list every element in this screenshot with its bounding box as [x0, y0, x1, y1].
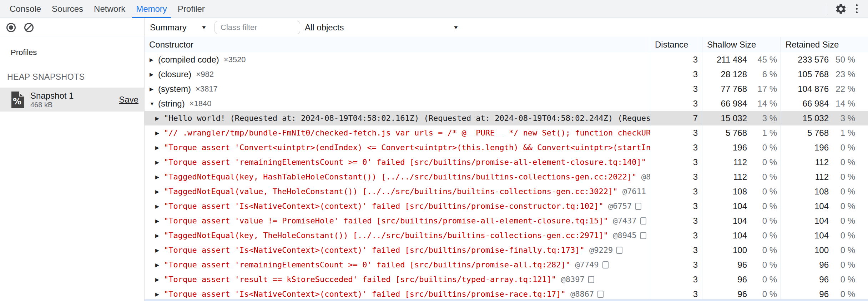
- expand-arrow-icon[interactable]: ▶: [155, 203, 164, 209]
- reveal-object-icon[interactable]: [588, 276, 594, 283]
- sidebar-item-snapshot-1[interactable]: % Snapshot 1 468 kB Save: [0, 88, 144, 112]
- tab-profiler[interactable]: Profiler: [172, 0, 210, 18]
- heap-snapshot-file-icon: %: [10, 92, 24, 108]
- expand-arrow-icon[interactable]: ▶: [155, 233, 164, 238]
- column-header-constructor[interactable]: Constructor: [145, 37, 650, 52]
- reveal-object-icon[interactable]: [635, 203, 641, 210]
- class-filter-input[interactable]: [215, 21, 300, 34]
- table-row[interactable]: ▶(closure)×982328 1286 %105 76823 %: [145, 67, 868, 82]
- settings-gear-icon[interactable]: [833, 1, 849, 17]
- reveal-object-icon[interactable]: [597, 291, 604, 298]
- shallow-size-value: 96: [702, 275, 747, 285]
- expand-arrow-icon[interactable]: ▶: [155, 174, 164, 180]
- retained-size-cell: 5 7681 %: [781, 125, 868, 140]
- string-value: "Torque assert 'Is<NativeContext>(contex…: [164, 202, 604, 211]
- table-row[interactable]: ▶"Torque assert 'Is<NativeContext>(conte…: [145, 243, 868, 257]
- shallow-size-percent: 1 %: [747, 128, 777, 138]
- retained-size-value: 66 984: [781, 99, 829, 109]
- shallow-size-cell: 960 %: [702, 287, 781, 301]
- collapse-arrow-icon[interactable]: ▼: [150, 101, 158, 107]
- expand-arrow-icon[interactable]: ▶: [155, 145, 164, 150]
- retained-size-cell: 105 76823 %: [781, 67, 868, 82]
- table-row[interactable]: ▶"TaggedNotEqual(value, TheHoleConstant(…: [145, 184, 868, 199]
- tab-memory[interactable]: Memory: [131, 0, 172, 18]
- retained-size-cell: 1080 %: [781, 184, 868, 199]
- reveal-object-icon[interactable]: [640, 232, 646, 239]
- retained-size-cell: 1040 %: [781, 199, 868, 213]
- table-row[interactable]: ▶"TaggedNotEqual(key, HashTableHoleConst…: [145, 169, 868, 184]
- object-id: @8397: [556, 275, 584, 284]
- shallow-size-value: 96: [702, 289, 747, 299]
- distance-cell: 3: [650, 67, 702, 82]
- expand-arrow-icon[interactable]: ▶: [155, 189, 164, 194]
- expand-arrow-icon[interactable]: ▶: [155, 159, 164, 165]
- heap-snapshots-section-label: HEAP SNAPSHOTS: [7, 72, 144, 82]
- retained-size-value: 96: [781, 260, 829, 270]
- expand-arrow-icon[interactable]: ▶: [155, 130, 164, 136]
- retained-size-percent: 0 %: [829, 201, 855, 211]
- table-row[interactable]: ▶"Torque assert 'Is<NativeContext>(conte…: [145, 287, 868, 301]
- expand-arrow-icon[interactable]: ▶: [150, 71, 158, 77]
- devtools-tabbar: Console Sources Network Memory Profiler: [0, 0, 868, 18]
- tab-network[interactable]: Network: [89, 0, 131, 18]
- retained-size-percent: 0 %: [829, 187, 855, 197]
- kebab-menu-icon[interactable]: [849, 1, 864, 17]
- column-header-retained-size[interactable]: Retained Size: [781, 37, 868, 52]
- grid-body: ▶(compiled code)×35203211 48445 %233 576…: [145, 52, 868, 301]
- grid-header-row: Constructor Distance Shallow Size Retain…: [145, 37, 868, 52]
- reveal-object-icon[interactable]: [602, 261, 609, 268]
- table-row[interactable]: ▶(system)×3817377 76817 %104 87622 %: [145, 82, 868, 96]
- perspective-select[interactable]: Summary ▼: [150, 20, 206, 35]
- reveal-object-icon[interactable]: [616, 247, 622, 254]
- shallow-size-cell: 1040 %: [702, 213, 781, 228]
- distance-cell: 3: [650, 125, 702, 140]
- table-row[interactable]: ▶"TaggedNotEqual(key, TheHoleConstant())…: [145, 228, 868, 243]
- expand-arrow-icon[interactable]: ▶: [150, 57, 158, 63]
- column-header-distance[interactable]: Distance: [650, 37, 702, 52]
- distance-cell: 3: [650, 155, 702, 169]
- table-row[interactable]: ▶"Torque assert 'value != PromiseHole' f…: [145, 213, 868, 228]
- shallow-size-percent: 0 %: [747, 231, 777, 241]
- retained-size-percent: 22 %: [829, 84, 855, 94]
- expand-arrow-icon[interactable]: ▶: [155, 277, 164, 282]
- retained-size-value: 108: [781, 187, 829, 197]
- shallow-size-percent: 0 %: [747, 245, 777, 255]
- table-row[interactable]: ▶"// .wrangler/tmp/bundle-FmNIt0/checked…: [145, 125, 868, 140]
- expand-arrow-icon[interactable]: ▶: [155, 218, 164, 224]
- tab-sources[interactable]: Sources: [46, 0, 89, 18]
- constructor-cell: ▶"Torque assert 'remainingElementsCount …: [145, 257, 650, 272]
- table-row[interactable]: ▶"Torque assert 'Convert<uintptr>(endInd…: [145, 140, 868, 155]
- retained-size-cell: 1120 %: [781, 169, 868, 184]
- expand-arrow-icon[interactable]: ▶: [155, 247, 164, 253]
- expand-arrow-icon[interactable]: ▶: [155, 262, 164, 268]
- string-value: "Torque assert 'Convert<uintptr>(endInde…: [164, 143, 650, 152]
- tabbar-right-controls: [828, 0, 868, 18]
- clear-profiles-icon[interactable]: [24, 22, 34, 33]
- instance-count: ×3817: [196, 84, 218, 94]
- string-value: "TaggedNotEqual(key, HashTableHoleConsta…: [164, 172, 637, 181]
- column-header-shallow-size[interactable]: Shallow Size: [702, 37, 781, 52]
- object-id: @7437: [608, 216, 636, 225]
- distance-cell: 7: [650, 111, 702, 125]
- save-snapshot-link[interactable]: Save: [119, 95, 138, 105]
- retained-size-cell: 960 %: [781, 272, 868, 287]
- table-row[interactable]: ▶"Torque assert 'remainingElementsCount …: [145, 257, 868, 272]
- table-row[interactable]: ▶"Torque assert 'Is<NativeContext>(conte…: [145, 199, 868, 213]
- reveal-object-icon[interactable]: [640, 217, 646, 224]
- constructor-cell: ▶(compiled code)×3520: [145, 52, 650, 67]
- retained-size-value: 105 768: [781, 69, 829, 79]
- table-row[interactable]: ▶(compiled code)×35203211 48445 %233 576…: [145, 52, 868, 67]
- table-row[interactable]: ▼(string)×1840366 98414 %66 98414 %: [145, 96, 868, 111]
- table-row[interactable]: ▶"Torque assert 'remainingElementsCount …: [145, 155, 868, 169]
- constructor-cell: ▶"Torque assert 'Convert<uintptr>(endInd…: [145, 140, 650, 155]
- table-row[interactable]: ▶"Torque assert 'result == kStoreSuccede…: [145, 272, 868, 287]
- profiles-title: Profiles: [11, 48, 144, 57]
- objects-scope-select[interactable]: All objects ▼: [305, 20, 461, 35]
- table-row[interactable]: ▶"Hello world! (Requested at: 2024-08-19…: [145, 111, 868, 125]
- retained-size-cell: 1960 %: [781, 140, 868, 155]
- expand-arrow-icon[interactable]: ▶: [155, 115, 164, 121]
- tab-console[interactable]: Console: [4, 0, 46, 18]
- expand-arrow-icon[interactable]: ▶: [150, 86, 158, 92]
- expand-arrow-icon[interactable]: ▶: [155, 291, 164, 297]
- record-heap-snapshot-icon[interactable]: [6, 22, 16, 33]
